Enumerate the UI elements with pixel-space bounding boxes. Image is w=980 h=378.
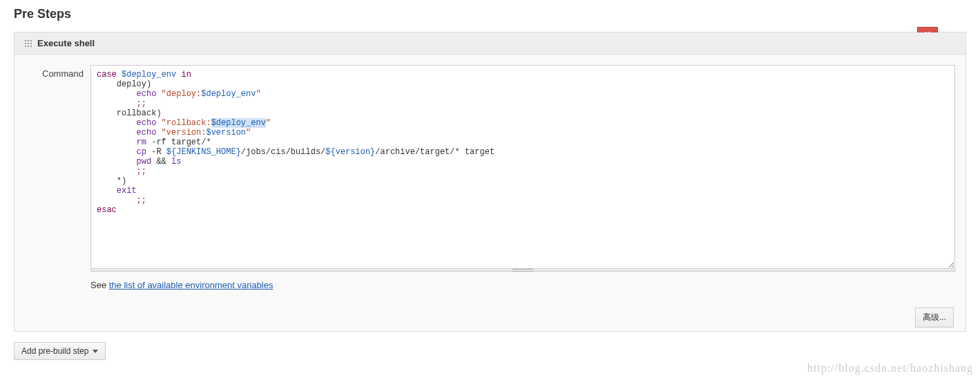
code-token: $deploy_env [122,70,176,79]
code-token: "version: [156,128,206,138]
code-token: -R [146,147,166,157]
help-prefix: See [90,280,109,290]
caret-down-icon [93,350,98,353]
command-label: Command [25,65,90,79]
code-token: cp [137,147,146,157]
code-token: deploy) [97,79,151,89]
code-token: echo [137,89,157,99]
code-token: case [97,70,122,79]
code-token: "deploy: [156,89,201,99]
code-token: "rollback: [156,118,211,128]
code-token: $deploy_env [201,89,256,99]
code-token: rollback) [97,108,162,118]
code-token [97,147,137,157]
command-input[interactable]: case $deploy_env in deploy) echo "deploy… [90,65,955,269]
resize-grip-icon[interactable] [90,269,955,272]
code-token: ${version} [325,147,375,157]
code-token: exit [117,186,137,196]
code-token [97,186,117,196]
code-token [97,157,137,167]
code-token [97,128,137,138]
advanced-button[interactable]: 高级... [915,308,954,328]
env-vars-link[interactable]: the list of available environment variab… [109,280,273,290]
panel-title: Execute shell [37,38,95,48]
section-title: Pre Steps [14,7,966,21]
execute-shell-panel: X ? Execute shell Command case $deploy_e… [14,32,966,332]
code-token: ;; [97,196,146,205]
add-pre-build-step-button[interactable]: Add pre-build step [14,342,106,360]
code-token: ;; [97,167,146,176]
code-token: echo [137,118,157,128]
code-token: $deploy_env [211,118,266,128]
code-token: esac [97,205,117,215]
code-token: ;; [97,99,146,108]
code-token: in [176,70,191,79]
code-token: /jobs/cis/builds/ [241,147,325,157]
code-token: /archive/target/* target [375,147,494,157]
code-token: && [151,157,171,167]
code-token: ${JENKINS_HOME} [166,147,241,157]
code-token: rm [137,138,146,147]
code-token: " [256,89,260,99]
code-token: " [266,118,271,128]
help-text: See the list of available environment va… [90,280,955,290]
code-token: -rf target/* [146,138,211,147]
drag-handle-icon[interactable] [25,40,32,47]
code-token: *) [97,176,126,186]
watermark-text: http://blog.csdn.net/haozhishang [807,362,973,370]
code-token: pwd [137,157,152,167]
code-token: $version [206,128,246,138]
code-token [97,118,137,128]
add-button-label: Add pre-build step [21,346,88,356]
code-token: ls [171,157,181,167]
code-token: echo [137,128,157,138]
code-token: " [246,128,251,138]
code-token [97,138,137,147]
panel-header: Execute shell [15,32,965,55]
code-token [97,89,137,99]
